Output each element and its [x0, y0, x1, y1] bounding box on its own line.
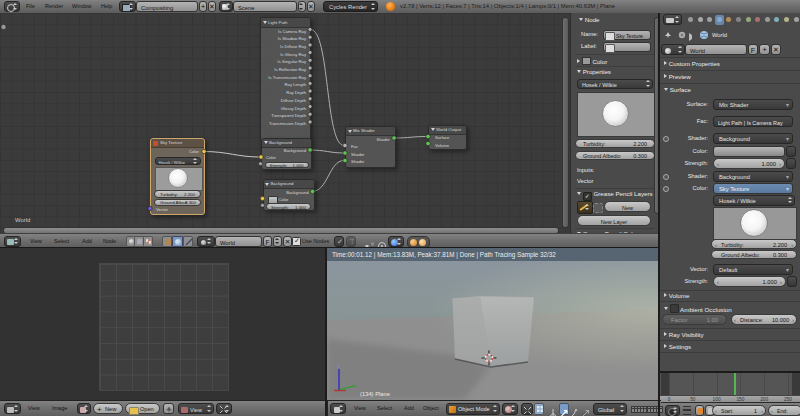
svg-text:z: z	[337, 363, 340, 369]
